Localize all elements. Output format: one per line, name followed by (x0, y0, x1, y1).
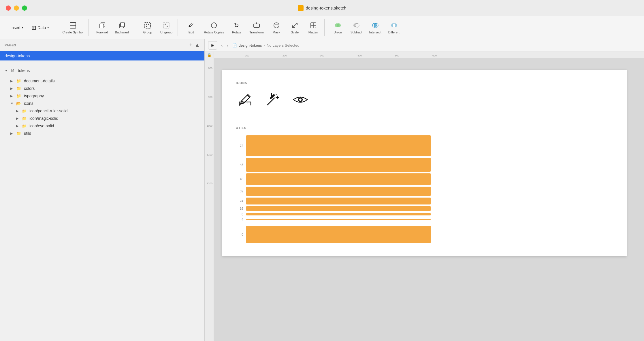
collapse-pages-button[interactable]: ▲ (195, 42, 200, 48)
utils-row-4: 4 (236, 218, 613, 221)
colors-folder-icon: 📁 (16, 86, 21, 91)
utils-bar-48 (246, 158, 431, 172)
insert-button[interactable]: Insert ▾ (7, 24, 27, 32)
union-label: Union (334, 31, 342, 34)
document-details-folder-icon: 📁 (16, 79, 21, 83)
rotate-copies-button[interactable]: Rotate Copies (201, 20, 227, 36)
canvas-grid-button[interactable]: ⊞ (208, 41, 217, 50)
flatten-button[interactable]: Flatten (305, 20, 322, 36)
breadcrumb-page[interactable]: design-tokens (239, 43, 262, 48)
utils-label-40: 40 (236, 177, 246, 181)
add-page-button[interactable]: + (189, 42, 193, 48)
layer-item-tokens[interactable]: ▼ 🖥 tokens (0, 67, 204, 75)
maximize-button[interactable] (22, 5, 27, 11)
layer-item-utils[interactable]: ▶ 📁 utils (0, 130, 204, 137)
layer-divider (0, 62, 204, 62)
expand-arrow-utils: ▶ (10, 132, 14, 135)
breadcrumb: 📄 design-tokens › No Layers Selected (232, 43, 300, 48)
utils-bar-40 (246, 173, 431, 185)
layer-item-typography[interactable]: ▶ 📁 typography (0, 92, 204, 100)
utils-row-24: 24 (236, 198, 613, 204)
utils-bar-0 (246, 226, 431, 243)
union-button[interactable]: Union (329, 20, 347, 36)
utils-row-72: 72 (236, 135, 613, 156)
transform-button[interactable]: Transform (246, 20, 267, 36)
difference-button[interactable]: Differe... (385, 20, 403, 36)
ungroup-icon (162, 21, 170, 29)
group-button[interactable]: Group (139, 20, 156, 36)
layer-item-magic[interactable]: ▶ 📁 icon/magic-solid (0, 115, 204, 122)
canvas-content: 🔒 800 900 1000 1100 1200 0 100 (205, 52, 644, 341)
forward-button[interactable]: Forward (93, 20, 111, 36)
layer-item-eye[interactable]: ▶ 📁 icon/eye-solid (0, 122, 204, 130)
canvas-forward-button[interactable]: › (225, 42, 230, 49)
toolbar-arrange-group: Forward Backward (91, 19, 134, 36)
expand-arrow-pencil: ▶ (16, 109, 20, 113)
eye-icon[interactable] (291, 90, 310, 109)
magic-icon[interactable] (263, 90, 282, 109)
intersect-button[interactable]: Intersect (366, 20, 384, 36)
magic-name: icon/magic-solid (29, 116, 200, 121)
toolbar-edit-group: 🖊 Edit Rotate Copies ↻ Rotate (180, 19, 324, 36)
pages-actions: + ▲ (189, 42, 200, 48)
ruler-mark-200: 200 (283, 54, 287, 57)
expand-arrow: ▼ (5, 69, 9, 72)
pencil-ruler-icon[interactable] (236, 90, 254, 109)
minimize-button[interactable] (14, 5, 19, 11)
close-button[interactable] (6, 5, 11, 11)
utils-folder-icon: 📁 (16, 131, 21, 136)
svg-rect-4 (100, 24, 104, 28)
transform-icon (253, 21, 261, 29)
titlebar: desing-tokens.sketch (0, 0, 644, 16)
backward-button[interactable]: Backward (112, 20, 132, 36)
utils-label-16: 16 (236, 207, 246, 210)
ruler-mark-300: 300 (320, 54, 324, 57)
utils-label-72: 72 (236, 144, 246, 147)
utils-label-4: 4 (236, 218, 246, 221)
toolbar: Insert ▾ ⊞ Data ▾ Create Symbol (0, 16, 644, 39)
svg-rect-13 (167, 26, 168, 27)
eye-name: icon/eye-solid (29, 124, 200, 128)
page-item-design-tokens[interactable]: design-tokens (0, 51, 204, 60)
ungroup-button[interactable]: Ungroup (157, 20, 175, 36)
icons-row (236, 90, 613, 109)
canvas-back-button[interactable]: ‹ (219, 42, 224, 49)
layer-tree: ▼ 🖥 tokens ▶ 📁 document-details ▶ 📁 colo… (0, 64, 204, 341)
pages-label: PAGES (5, 43, 16, 47)
subtract-button[interactable]: Subtract (348, 20, 365, 36)
svg-rect-7 (145, 22, 150, 28)
pencil-ruler-name: icon/pencil-ruler-solid (29, 109, 200, 113)
data-button[interactable]: ⊞ Data ▾ (28, 22, 52, 33)
expand-arrow-eye: ▶ (16, 124, 20, 128)
forward-label: Forward (96, 31, 108, 34)
pages-header: PAGES + ▲ (0, 39, 204, 51)
layer-item-pencil-ruler[interactable]: ▶ 📁 icon/pencil-ruler-solid (0, 107, 204, 115)
rotate-label: Rotate (232, 31, 241, 34)
utils-row-8: 8 (236, 213, 613, 216)
rotate-copies-label: Rotate Copies (204, 31, 224, 34)
rotate-button[interactable]: ↻ Rotate (228, 20, 245, 36)
create-symbol-button[interactable]: Create Symbol (60, 20, 86, 36)
group-label: Group (143, 31, 152, 34)
layer-item-colors[interactable]: ▶ 📁 colors (0, 85, 204, 92)
backward-label: Backward (115, 31, 129, 34)
scale-button[interactable]: Scale (286, 20, 304, 36)
difference-icon (390, 21, 398, 29)
utils-bar-8 (246, 213, 431, 215)
mask-button[interactable]: Mask (268, 20, 285, 36)
utils-row-32: 32 (236, 187, 613, 196)
artwork-area: ICONS (205, 58, 644, 341)
ruler-mark-900: 900 (208, 96, 212, 98)
edit-button[interactable]: 🖊 Edit (182, 20, 200, 36)
data-label: Data (37, 25, 46, 30)
layer-item-icons[interactable]: ▼ 📂 icons (0, 100, 204, 107)
utils-name: utils (24, 131, 200, 136)
utils-section: UTILS 72 48 (236, 126, 613, 245)
group-icon (144, 21, 152, 29)
canvas-toolbar: ⊞ ‹ › 📄 design-tokens › No Layers Select… (205, 39, 644, 52)
sidebar: PAGES + ▲ design-tokens ▼ 🖥 tokens ▶ 📁 (0, 39, 205, 341)
intersect-icon (371, 21, 379, 29)
toolbar-symbol-group: Create Symbol (57, 19, 89, 36)
layer-item-document-details[interactable]: ▶ 📁 document-details (0, 77, 204, 85)
expand-arrow-icons: ▼ (10, 102, 14, 105)
